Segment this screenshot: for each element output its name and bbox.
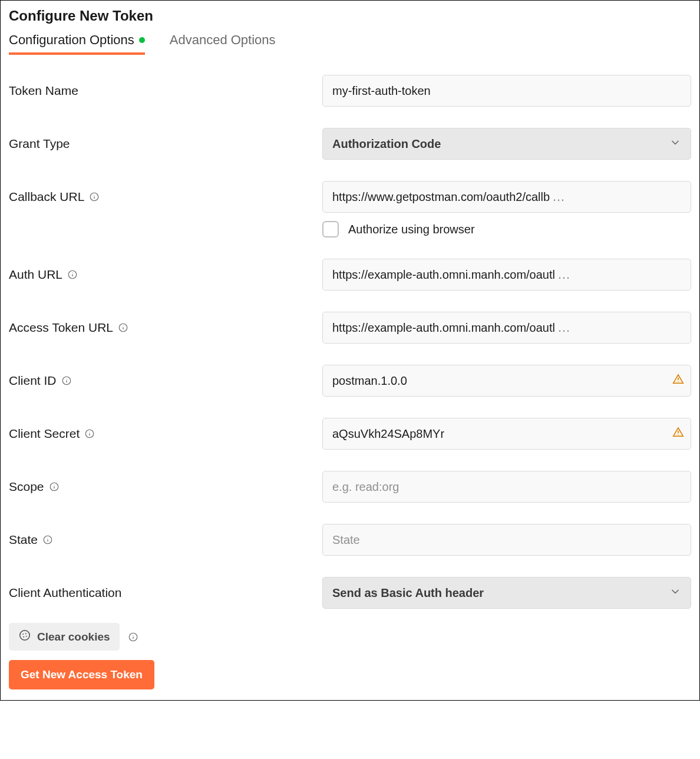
- row-scope: Scope: [9, 471, 691, 503]
- svg-point-32: [133, 635, 133, 635]
- authorize-browser-checkbox[interactable]: [322, 221, 339, 237]
- row-authorize-browser: Authorize using browser: [322, 221, 691, 237]
- chevron-down-icon: [669, 586, 681, 600]
- checkbox-label: Authorize using browser: [348, 223, 475, 236]
- ellipsis-icon: …: [557, 320, 571, 335]
- access-token-url-input[interactable]: https://example-auth.omni.manh.com/oautl…: [322, 312, 691, 344]
- svg-point-8: [123, 325, 124, 326]
- warning-icon: [672, 427, 684, 441]
- row-auth-url: Auth URL https://example-auth.omni.manh.…: [9, 259, 691, 291]
- control-scope: [322, 471, 691, 503]
- label-grant-type: Grant Type: [9, 137, 322, 151]
- label-client-id: Client ID: [9, 374, 322, 388]
- row-token-name: Token Name: [9, 75, 691, 107]
- state-input[interactable]: [322, 524, 691, 556]
- chevron-down-icon: [669, 137, 681, 151]
- info-icon[interactable]: [84, 428, 95, 439]
- form: Token Name Grant Type Authorization Code: [9, 75, 691, 689]
- label-state: State: [9, 533, 322, 547]
- control-client-id: [322, 365, 691, 397]
- info-icon[interactable]: [67, 269, 78, 280]
- tab-advanced-options[interactable]: Advanced Options: [170, 32, 276, 55]
- label-scope: Scope: [9, 480, 322, 494]
- label-text: Auth URL: [9, 268, 62, 282]
- token-name-input[interactable]: [322, 75, 691, 107]
- info-icon[interactable]: [128, 632, 138, 642]
- svg-point-28: [23, 636, 24, 638]
- svg-point-5: [72, 272, 73, 273]
- row-client-auth: Client Authentication Send as Basic Auth…: [9, 577, 691, 609]
- callback-url-input[interactable]: https://www.getpostman.com/oauth2/callb…: [322, 181, 691, 213]
- svg-point-29: [26, 636, 27, 637]
- ellipsis-icon: …: [557, 267, 571, 282]
- row-callback-url: Callback URL https://www.getpostman.com/…: [9, 181, 691, 213]
- control-grant-type: Authorization Code: [322, 128, 691, 160]
- label-client-auth: Client Authentication: [9, 586, 322, 600]
- control-auth-url: https://example-auth.omni.manh.com/oautl…: [322, 259, 691, 291]
- row-client-id: Client ID: [9, 365, 691, 397]
- row-state: State: [9, 524, 691, 556]
- ellipsis-icon: …: [552, 189, 566, 204]
- info-icon[interactable]: [118, 322, 128, 333]
- label-text: Client Secret: [9, 427, 80, 441]
- client-secret-input[interactable]: [322, 418, 691, 450]
- svg-point-27: [25, 633, 27, 634]
- tabs: Configuration Options Advanced Options: [9, 32, 691, 55]
- tab-label: Advanced Options: [170, 32, 276, 48]
- row-grant-type: Grant Type Authorization Code: [9, 128, 691, 160]
- label-text: Client ID: [9, 374, 57, 388]
- input-value: https://www.getpostman.com/oauth2/callb: [332, 190, 550, 204]
- client-auth-select[interactable]: Send as Basic Auth header: [322, 577, 691, 609]
- svg-point-24: [48, 537, 48, 538]
- label-text: Grant Type: [9, 137, 70, 151]
- info-icon[interactable]: [49, 481, 60, 492]
- clear-cookies-button[interactable]: Clear cookies: [9, 623, 120, 651]
- svg-point-25: [20, 631, 30, 641]
- scope-input[interactable]: [322, 471, 691, 503]
- row-access-token-url: Access Token URL https://example-auth.om…: [9, 312, 691, 344]
- input-value: https://example-auth.omni.manh.com/oautl: [332, 321, 555, 335]
- label-access-token-url: Access Token URL: [9, 321, 322, 335]
- button-label: Clear cookies: [37, 631, 110, 644]
- button-label: Get New Access Token: [21, 668, 143, 681]
- info-icon[interactable]: [42, 534, 53, 545]
- grant-type-select[interactable]: Authorization Code: [322, 128, 691, 160]
- row-client-secret: Client Secret: [9, 418, 691, 450]
- select-value: Send as Basic Auth header: [332, 586, 484, 600]
- svg-point-13: [678, 381, 678, 382]
- svg-point-18: [678, 434, 678, 435]
- label-text: Callback URL: [9, 190, 84, 204]
- label-client-secret: Client Secret: [9, 427, 322, 441]
- input-value: https://example-auth.omni.manh.com/oautl: [332, 268, 555, 282]
- label-text: Client Authentication: [9, 586, 121, 600]
- panel-title: Configure New Token: [9, 8, 691, 24]
- label-text: Token Name: [9, 84, 78, 98]
- svg-point-16: [90, 431, 90, 432]
- actions-row: Clear cookies: [9, 623, 691, 651]
- label-text: Access Token URL: [9, 321, 113, 335]
- client-id-input[interactable]: [322, 365, 691, 397]
- get-new-access-token-button[interactable]: Get New Access Token: [9, 660, 154, 689]
- svg-point-2: [94, 194, 95, 195]
- warning-icon: [672, 374, 684, 388]
- auth-url-input[interactable]: https://example-auth.omni.manh.com/oautl…: [322, 259, 691, 291]
- tab-label: Configuration Options: [9, 32, 134, 48]
- select-value: Authorization Code: [332, 137, 441, 151]
- label-text: Scope: [9, 480, 44, 494]
- status-dot-icon: [139, 37, 145, 43]
- control-access-token-url: https://example-auth.omni.manh.com/oautl…: [322, 312, 691, 344]
- tab-configuration-options[interactable]: Configuration Options: [9, 32, 145, 55]
- info-icon[interactable]: [89, 192, 100, 202]
- control-state: [322, 524, 691, 556]
- cookie-icon: [18, 629, 31, 645]
- control-callback-url: https://www.getpostman.com/oauth2/callb…: [322, 181, 691, 213]
- label-callback-url: Callback URL: [9, 190, 322, 204]
- svg-point-21: [54, 484, 54, 485]
- label-token-name: Token Name: [9, 84, 322, 98]
- configure-token-panel: Configure New Token Configuration Option…: [0, 0, 700, 701]
- control-token-name: [322, 75, 691, 107]
- control-client-secret: [322, 418, 691, 450]
- svg-point-11: [66, 378, 67, 379]
- label-auth-url: Auth URL: [9, 268, 322, 282]
- info-icon[interactable]: [61, 375, 72, 386]
